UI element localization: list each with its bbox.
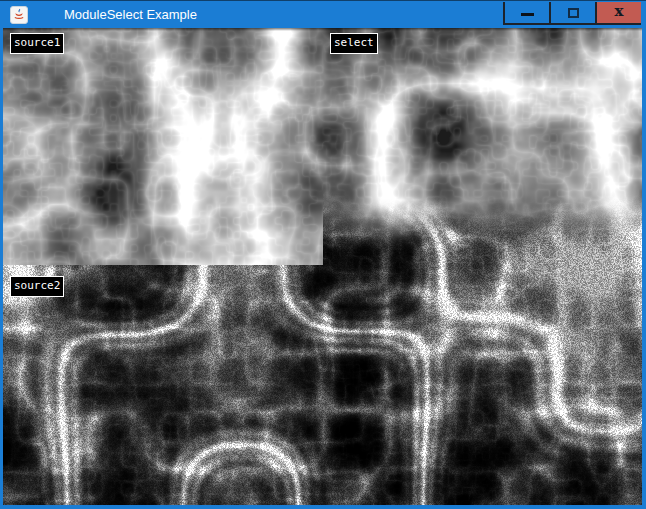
label-select: select (330, 33, 378, 54)
close-button[interactable]: x (595, 2, 641, 23)
app-window: ModuleSelect Example x source1 select so… (0, 0, 646, 509)
minimize-icon (521, 13, 534, 16)
window-controls: x (503, 2, 641, 25)
window-title: ModuleSelect Example (64, 1, 197, 28)
titlebar[interactable]: ModuleSelect Example x (0, 0, 646, 28)
close-icon: x (615, 4, 624, 19)
java-logo (12, 8, 26, 22)
render-area: source1 select source2 (3, 28, 642, 505)
source2-image (3, 265, 323, 505)
minimize-button[interactable] (503, 2, 549, 23)
source1-image (3, 28, 323, 265)
java-coffee-cup-icon (10, 6, 28, 24)
label-source1: source1 (10, 33, 64, 54)
maximize-button[interactable] (549, 2, 595, 23)
label-source2: source2 (10, 276, 64, 297)
maximize-icon (568, 8, 579, 18)
